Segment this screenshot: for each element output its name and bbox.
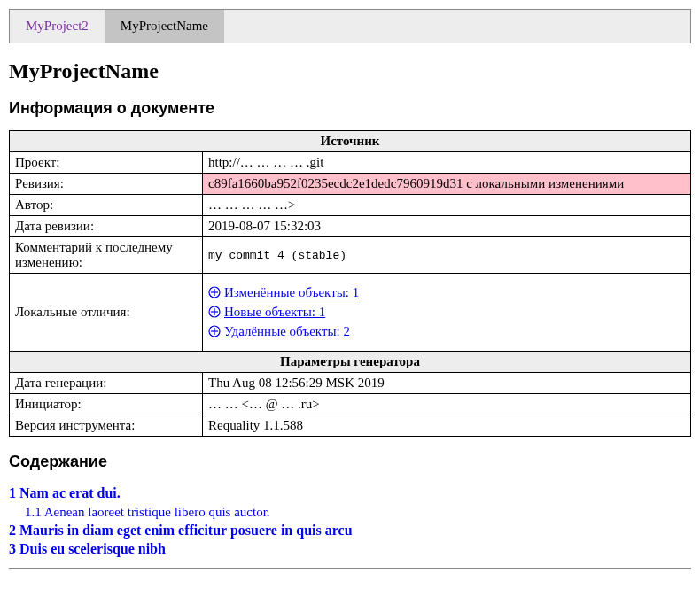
- version-value: Requality 1.1.588: [203, 415, 691, 437]
- info-table: Источник Проект: http://… … … … .git Рев…: [9, 130, 691, 437]
- revision-value: c89fa1660ba952f0235ecdc2e1dedc7960919d31…: [203, 174, 691, 195]
- toc-item[interactable]: 1 Nam ac erat dui.: [9, 484, 691, 503]
- deleted-objects-link[interactable]: Удалённые объекты: 2: [208, 324, 685, 339]
- toc-item[interactable]: 1.1 Aenean laoreet tristique libero quis…: [25, 503, 691, 521]
- revision-label: Ревизия:: [10, 174, 203, 195]
- source-header: Источник: [10, 131, 691, 152]
- section-info-heading: Информация о документе: [9, 99, 691, 118]
- localdiff-label: Локальные отличия:: [10, 274, 203, 352]
- toc-item[interactable]: 3 Duis eu scelerisque nibh: [9, 539, 691, 559]
- initiator-label: Инициатор:: [10, 394, 203, 415]
- project-value: http://… … … … .git: [203, 152, 691, 174]
- deleted-objects-text: Удалённые объекты: 2: [224, 324, 350, 338]
- tab-bar: MyProject2 MyProjectName: [9, 9, 691, 43]
- generator-header: Параметры генератора: [10, 352, 691, 373]
- gendate-value: Thu Aug 08 12:56:29 MSK 2019: [203, 373, 691, 394]
- toc-item[interactable]: 2 Mauris in diam eget enim efficitur pos…: [9, 521, 691, 540]
- comment-label: Комментарий к последнему изменению:: [10, 237, 203, 274]
- new-objects-link[interactable]: Новые объекты: 1: [208, 305, 685, 320]
- revdate-label: Дата ревизии:: [10, 216, 203, 237]
- page-title: MyProjectName: [9, 59, 691, 83]
- tab-myprojectname[interactable]: MyProjectName: [105, 10, 224, 43]
- localdiff-value: Изменённые объекты: 1 Новые объекты: 1 У…: [203, 274, 691, 352]
- expand-icon: [208, 306, 221, 318]
- toc: 1 Nam ac erat dui. 1.1 Aenean laoreet tr…: [9, 484, 691, 559]
- gendate-label: Дата генерации:: [10, 373, 203, 394]
- expand-icon: [208, 325, 221, 337]
- new-objects-text: Новые объекты: 1: [224, 305, 325, 319]
- tab-myproject2[interactable]: MyProject2: [10, 10, 105, 43]
- expand-icon: [208, 286, 221, 298]
- project-label: Проект:: [10, 152, 203, 174]
- revdate-value: 2019-08-07 15:32:03: [203, 216, 691, 237]
- comment-value: my commit 4 (stable): [203, 237, 691, 274]
- author-value: … … … … …>: [203, 195, 691, 216]
- changed-objects-text: Изменённые объекты: 1: [224, 285, 359, 299]
- version-label: Версия инструмента:: [10, 415, 203, 437]
- section-toc-heading: Содержание: [9, 453, 691, 471]
- changed-objects-link[interactable]: Изменённые объекты: 1: [208, 285, 685, 300]
- divider: [9, 568, 691, 569]
- initiator-value: … … <… @ … .ru>: [203, 394, 691, 415]
- author-label: Автор:: [10, 195, 203, 216]
